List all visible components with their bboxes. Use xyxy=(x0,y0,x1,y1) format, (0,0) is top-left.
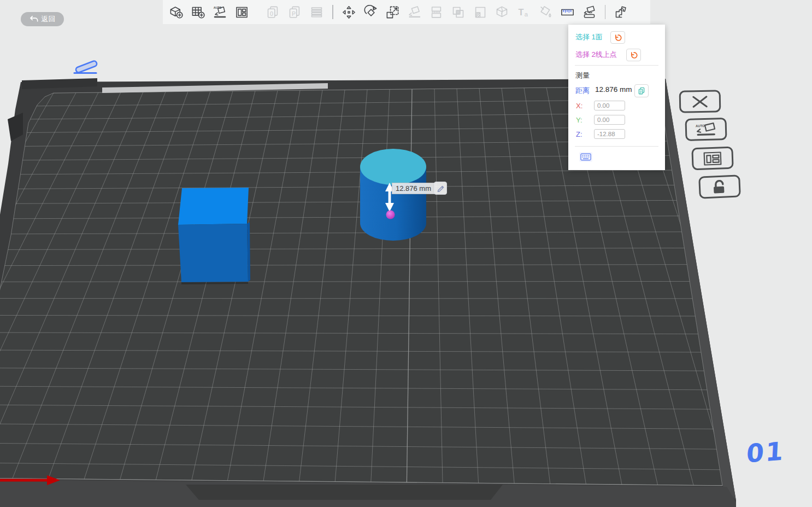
distance-value: 12.876 mm xyxy=(595,85,632,94)
x-value-input[interactable] xyxy=(594,101,625,110)
seam-icon[interactable] xyxy=(580,3,598,21)
add-text-icon[interactable]: Ta xyxy=(515,3,533,21)
measure-icon[interactable] xyxy=(558,3,576,21)
z-axis-label: Z: xyxy=(576,130,582,138)
y-value-input[interactable] xyxy=(594,115,625,125)
measure-section-title: 测量 xyxy=(575,71,590,80)
measure-point xyxy=(386,211,395,219)
plate-number: 01 xyxy=(746,436,786,468)
cylinder-top-face-selected[interactable] xyxy=(360,149,426,185)
undo-icon xyxy=(630,51,638,59)
select-face-label: 选择 1面 xyxy=(575,32,603,42)
measure-edit-button[interactable] xyxy=(434,182,447,195)
mesh-boolean-icon[interactable] xyxy=(449,3,467,21)
lay-on-face-icon[interactable] xyxy=(405,3,423,21)
svg-text:T: T xyxy=(518,7,523,16)
viewport-3d[interactable] xyxy=(0,0,812,507)
delete-plate-button[interactable] xyxy=(679,90,721,113)
back-button-label: 返回 xyxy=(42,14,56,24)
x-axis-label: X: xyxy=(576,102,582,110)
scale-icon[interactable] xyxy=(384,3,402,21)
cube-object[interactable] xyxy=(178,188,250,284)
variable-layer-height-icon[interactable] xyxy=(308,3,326,21)
copy-icon xyxy=(638,87,645,95)
lock-plate-button[interactable] xyxy=(698,174,741,199)
rotate-icon[interactable] xyxy=(362,3,380,21)
reset-point-selection-button[interactable] xyxy=(626,49,641,61)
fill-part-icon[interactable] xyxy=(471,3,489,21)
panel-divider xyxy=(575,65,658,66)
svg-text:0: 0 xyxy=(270,10,273,16)
plate-handle-notch xyxy=(186,485,503,500)
split-icon[interactable] xyxy=(427,3,445,21)
svg-text:P: P xyxy=(292,10,296,16)
svg-text:AUTO: AUTO xyxy=(696,124,705,127)
arrange-icon[interactable] xyxy=(233,3,251,21)
keyboard-icon xyxy=(580,153,591,161)
arrange-plate-button[interactable] xyxy=(691,147,733,171)
select-point-label: 选择 2线上点 xyxy=(575,50,617,60)
svg-text:a: a xyxy=(524,11,528,18)
main-toolbar: AUTO 0 P Ta xyxy=(163,0,650,24)
keyboard-shortcuts-button[interactable] xyxy=(579,152,592,162)
assembly-view-icon[interactable] xyxy=(612,3,630,21)
back-button[interactable]: 返回 xyxy=(21,12,64,26)
measure-panel: 选择 1面 选择 2线上点 测量 距离 12.876 mm X: Y: Z: xyxy=(568,25,665,170)
cut-icon[interactable] xyxy=(493,3,511,21)
panel-divider xyxy=(575,146,658,147)
distance-label: 距离 xyxy=(575,86,590,96)
close-icon xyxy=(691,95,709,108)
add-plate-icon[interactable] xyxy=(189,3,207,21)
arrange-icon xyxy=(703,151,722,166)
undo-icon xyxy=(614,34,622,42)
move-icon[interactable] xyxy=(340,3,358,21)
y-axis-label: Y: xyxy=(576,116,582,124)
measure-pen-icon xyxy=(70,55,108,81)
pencil-icon xyxy=(437,184,444,192)
z-value-input[interactable] xyxy=(594,129,625,139)
auto-orient-plate-button[interactable]: AUTO xyxy=(685,118,727,141)
paint-icon[interactable] xyxy=(537,3,555,21)
measure-distance-label: 12.876 mm xyxy=(392,183,435,194)
unlock-icon xyxy=(711,179,728,194)
split-to-objects-icon[interactable]: 0 xyxy=(264,3,282,21)
toolbar-separator xyxy=(605,5,606,19)
undo-arrow-icon xyxy=(30,15,39,23)
copy-distance-button[interactable] xyxy=(634,84,649,97)
auto-orient-icon: AUTO xyxy=(695,122,718,137)
cylinder-object[interactable] xyxy=(360,149,426,241)
reset-face-selection-button[interactable] xyxy=(610,31,625,44)
add-object-icon[interactable] xyxy=(167,3,185,21)
split-to-parts-icon[interactable]: P xyxy=(286,3,304,21)
toolbar-separator xyxy=(332,5,333,19)
auto-orient-icon[interactable]: AUTO xyxy=(211,3,229,21)
